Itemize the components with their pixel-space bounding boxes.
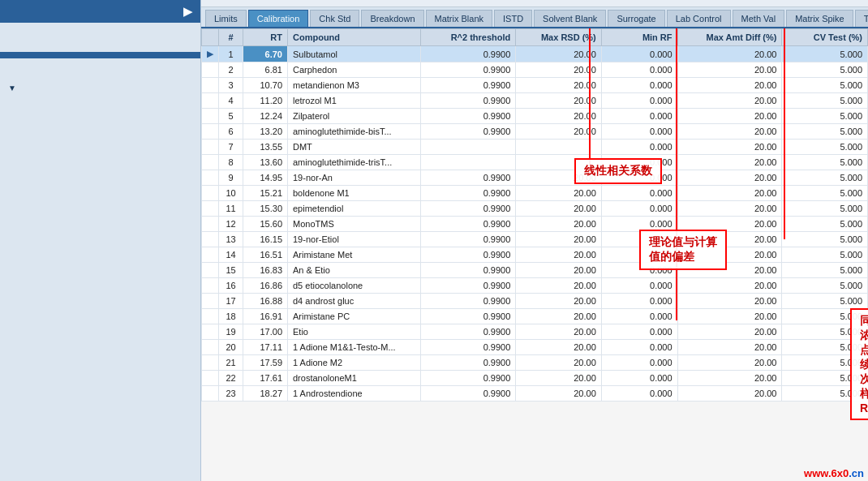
- table-row[interactable]: 2017.111 Adione M1&1-Testo-M...0.990020.…: [202, 340, 868, 355]
- row-r2: [421, 140, 516, 155]
- table-row[interactable]: ▶16.70Sulbutamol0.990020.000.00020.005.0…: [202, 46, 868, 62]
- sidebar-header[interactable]: ▶: [0, 0, 200, 23]
- row-min-rf: 0.000: [601, 93, 677, 109]
- row-r2: 0.9900: [421, 386, 516, 402]
- row-max-rsd: 20.00: [516, 263, 601, 278]
- row-max-amt-diff: 20.00: [677, 355, 782, 371]
- row-r2: 0.9900: [421, 247, 516, 263]
- row-number: 3: [219, 78, 243, 93]
- table-row[interactable]: 1215.60MonoTMS0.990020.000.00020.005.000: [202, 217, 868, 232]
- tab-limits[interactable]: Limits: [205, 10, 247, 27]
- sidebar-item-qaqc[interactable]: [0, 52, 200, 58]
- table-row[interactable]: 1516.83An & Etio0.990020.000.00020.005.0…: [202, 263, 868, 278]
- row-number: 20: [219, 340, 243, 355]
- row-max-amt-diff: 20.00: [677, 371, 782, 386]
- row-number: 6: [219, 124, 243, 140]
- row-compound: epimetendiol: [288, 201, 421, 217]
- table-row[interactable]: 713.55DMT0.00020.005.000: [202, 140, 868, 155]
- row-rt: 14.95: [243, 170, 288, 186]
- row-indicator: [202, 62, 219, 78]
- tab-surrogate[interactable]: Surrogate: [608, 10, 664, 27]
- sidebar-item-quantitation[interactable]: [0, 31, 200, 39]
- table-row[interactable]: 26.81Carphedon0.990020.000.00020.005.000: [202, 62, 868, 78]
- row-indicator: [202, 170, 219, 186]
- tab-tune[interactable]: Tune: [855, 10, 868, 27]
- row-max-rsd: 20.00: [516, 340, 601, 355]
- row-max-rsd: 20.00: [516, 355, 601, 371]
- table-row[interactable]: 1816.91Arimistane PC0.990020.000.00020.0…: [202, 309, 868, 324]
- table-row[interactable]: 914.9519-nor-An0.990020.000.00020.005.00…: [202, 170, 868, 186]
- tab-matrix-spike[interactable]: Matrix Spike: [786, 10, 853, 27]
- row-compound: 1 Adione M1&1-Testo-M...: [288, 340, 421, 355]
- sidebar-item-compound-details[interactable]: [0, 97, 200, 103]
- watermark-text1: www.6x0: [804, 467, 849, 479]
- table-row[interactable]: 1917.00Etio0.990020.000.00020.005.000: [202, 324, 868, 340]
- sidebar-group-compound-database[interactable]: ▼: [0, 79, 200, 97]
- sidebar-expand-icon[interactable]: ▶: [183, 5, 192, 18]
- row-rt: 15.21: [243, 186, 288, 201]
- table-row[interactable]: 2117.591 Adione M20.990020.000.00020.005…: [202, 355, 868, 371]
- sidebar-item-library-settings[interactable]: [0, 65, 200, 71]
- tab-istd[interactable]: ISTD: [494, 10, 532, 27]
- row-indicator: [202, 386, 219, 402]
- tab-calibration[interactable]: Calibration: [248, 10, 309, 27]
- row-indicator: [202, 324, 219, 340]
- table-row[interactable]: 2217.61drostanoloneM10.990020.000.00020.…: [202, 371, 868, 386]
- row-max-amt-diff: 20.00: [677, 278, 782, 294]
- calibration-table: #RTCompoundR^2 thresholdMax RSD (%)Min R…: [201, 28, 868, 402]
- row-rt: 16.83: [243, 263, 288, 278]
- col-header-6: Min RF: [601, 29, 677, 46]
- sidebar-item-reports[interactable]: [0, 71, 200, 79]
- row-r2: 0.9900: [421, 371, 516, 386]
- tab-meth-val[interactable]: Meth Val: [733, 10, 785, 27]
- row-min-rf: 0.000: [601, 355, 677, 371]
- table-row[interactable]: 411.20letrozol M10.990020.000.00020.005.…: [202, 93, 868, 109]
- row-compound: metandienon M3: [288, 78, 421, 93]
- row-indicator: [202, 278, 219, 294]
- row-max-rsd: 20.00: [516, 386, 601, 402]
- sidebar-item-grid[interactable]: [0, 103, 200, 110]
- table-area[interactable]: #RTCompoundR^2 thresholdMax RSD (%)Min R…: [201, 28, 868, 402]
- table-row[interactable]: 512.24Zilpaterol0.990020.000.00020.005.0…: [202, 109, 868, 124]
- row-cv-test: 5.000: [782, 201, 868, 217]
- table-row[interactable]: 1716.88d4 androst gluc0.990020.000.00020…: [202, 294, 868, 309]
- annotation-box-3: 同一浓度点连续多次进样的RSD: [850, 308, 868, 420]
- table-row[interactable]: 613.20aminoglutethimide-bisT...0.990020.…: [202, 124, 868, 140]
- col-header-2: RT: [243, 29, 288, 46]
- row-r2: 0.9900: [421, 93, 516, 109]
- tab-matrix-blank[interactable]: Matrix Blank: [426, 10, 493, 27]
- sidebar-item-acquisition[interactable]: [0, 23, 200, 31]
- sidebar-item-instrument-view[interactable]: [0, 110, 200, 118]
- row-min-rf: 0.000: [601, 340, 677, 355]
- sidebar-item-groups[interactable]: [0, 58, 200, 65]
- table-row[interactable]: 1316.1519-nor-Etiol0.990020.000.00020.00…: [202, 232, 868, 247]
- tab-breakdown[interactable]: Breakdown: [361, 10, 423, 27]
- row-number: 18: [219, 309, 243, 324]
- row-max-amt-diff: 20.00: [677, 340, 782, 355]
- row-min-rf: 0.000: [601, 140, 677, 155]
- table-row[interactable]: 813.60aminoglutethimide-trisT...0.00020.…: [202, 155, 868, 170]
- table-row[interactable]: 1416.51Arimistane Met0.990020.000.00020.…: [202, 247, 868, 263]
- row-rt: 17.00: [243, 324, 288, 340]
- tab-solvent-blank[interactable]: Solvent Blank: [534, 10, 606, 27]
- row-r2: 0.9900: [421, 124, 516, 140]
- row-compound: boldenone M1: [288, 186, 421, 201]
- row-compound: 19-nor-Etiol: [288, 232, 421, 247]
- row-compound: Arimistane PC: [288, 309, 421, 324]
- sidebar-item-processing[interactable]: [0, 39, 200, 45]
- row-rt: 13.60: [243, 155, 288, 170]
- table-row[interactable]: 1015.21boldenone M10.990020.000.00020.00…: [202, 186, 868, 201]
- row-compound: 1 Adione M2: [288, 355, 421, 371]
- table-row[interactable]: 2318.271 Androstendione0.990020.000.0002…: [202, 386, 868, 402]
- row-cv-test: 5.000: [782, 155, 868, 170]
- table-row[interactable]: 310.70metandienon M30.990020.000.00020.0…: [202, 78, 868, 93]
- tab-chk-std[interactable]: Chk Std: [310, 10, 359, 27]
- row-r2: 0.9900: [421, 355, 516, 371]
- table-row[interactable]: 1115.30epimetendiol0.990020.000.00020.00…: [202, 201, 868, 217]
- row-number: 19: [219, 324, 243, 340]
- row-compound: drostanoloneM1: [288, 371, 421, 386]
- sidebar-item-compounds[interactable]: [0, 45, 200, 52]
- tab-lab-control[interactable]: Lab Control: [667, 10, 731, 27]
- table-row[interactable]: 1616.86d5 etiocolanolone0.990020.000.000…: [202, 278, 868, 294]
- row-max-amt-diff: 20.00: [677, 309, 782, 324]
